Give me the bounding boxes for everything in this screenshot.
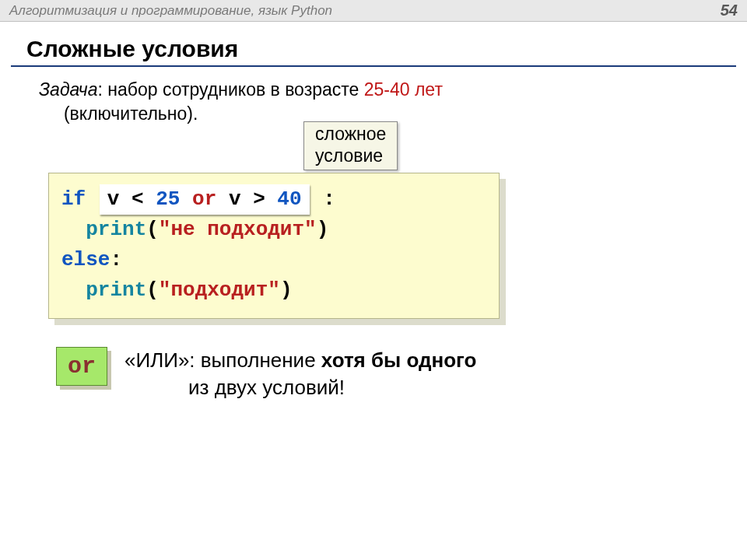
callout-line2: условие [315, 145, 386, 167]
str-ok: "подходит" [159, 278, 280, 302]
slide-title: Сложные условия [26, 36, 747, 62]
title-underline [11, 65, 736, 67]
or-line2: из двух условий! [188, 374, 477, 401]
task-label: Задача [39, 79, 98, 100]
condition-box: v < 25 or v > 40 [100, 184, 310, 215]
header-title: Алгоритмизация и программирование, язык … [9, 3, 332, 19]
str-ne: "не подходит" [159, 218, 317, 241]
num-25: 25 [156, 187, 180, 211]
colon-1: : [323, 187, 335, 211]
kw-if: if [61, 187, 86, 211]
op-lt: < [132, 187, 144, 211]
or-badge-wrap: or [56, 347, 107, 386]
callout-line1: сложное [315, 124, 386, 145]
callout-row: сложное условие [0, 126, 747, 173]
kw-or: or [192, 187, 216, 211]
num-40: 40 [277, 187, 301, 211]
or-explanation: «ИЛИ»: выполнение хотя бы одного из двух… [124, 347, 477, 401]
kw-print2: print [86, 278, 146, 302]
var-v2: v [229, 187, 241, 211]
kw-print1: print [86, 218, 146, 241]
callout-box: сложное условие [303, 121, 398, 170]
code-area: if v < 25 or v > 40 : print("не подходит… [48, 173, 500, 319]
or-section: or «ИЛИ»: выполнение хотя бы одного из д… [56, 347, 724, 401]
task-t1: : набор сотрудников в возрасте [98, 79, 364, 100]
task-t2: (включительно). [59, 103, 198, 124]
task-text: Задача: набор сотрудников в возрасте 25-… [39, 78, 724, 126]
page-number: 54 [721, 2, 738, 19]
kw-else: else [61, 248, 110, 271]
slide-header: Алгоритмизация и программирование, язык … [0, 0, 747, 22]
task-range: 25-40 лет [364, 79, 443, 100]
colon-2: : [110, 248, 122, 271]
or-line1b: хотя бы одного [321, 348, 477, 372]
var-v1: v [107, 187, 120, 211]
op-gt: > [253, 187, 265, 211]
code-block: if v < 25 or v > 40 : print("не подходит… [48, 173, 500, 319]
or-line1a: «ИЛИ»: выполнение [124, 348, 321, 372]
or-badge: or [56, 347, 107, 386]
